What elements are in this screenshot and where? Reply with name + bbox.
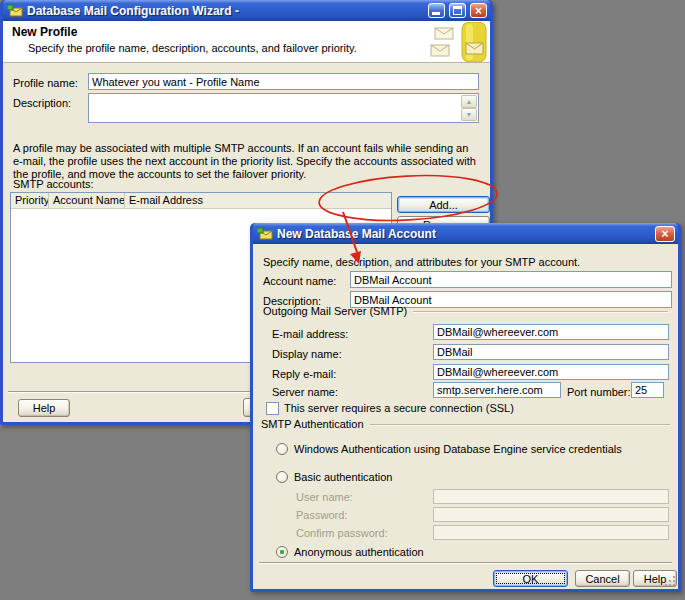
password-input xyxy=(433,507,669,522)
ok-button[interactable]: OK xyxy=(493,570,568,587)
column-header-account-name[interactable]: Account Name xyxy=(49,193,125,208)
smtp-group-line xyxy=(413,311,668,312)
column-header-priority[interactable]: Priority xyxy=(11,193,49,208)
account-dialog: New Database Mail Account × Specify name… xyxy=(250,223,681,592)
scroll-up-icon[interactable]: ▲ xyxy=(461,95,477,108)
dialog-close-button[interactable]: × xyxy=(655,226,675,242)
auth-group-line xyxy=(370,424,670,425)
port-number-input[interactable] xyxy=(631,382,664,398)
auth-group-label: SMTP Authentication xyxy=(261,418,364,430)
anonymous-auth-label: Anonymous authentication xyxy=(294,546,424,558)
anonymous-auth-radio[interactable] xyxy=(276,546,288,558)
server-name-label: Server name: xyxy=(272,386,338,398)
display-name-label: Display name: xyxy=(272,348,342,360)
database-mail-app-icon[interactable] xyxy=(7,4,23,18)
wizard-title: Database Mail Configuration Wizard - xyxy=(27,4,424,18)
wizard-help-button[interactable]: Help xyxy=(18,399,70,417)
column-header-email-address[interactable]: E-mail Address xyxy=(125,193,391,208)
account-name-label: Account name: xyxy=(263,275,336,287)
confirm-password-label: Confirm password: xyxy=(296,527,388,539)
dialog-titlebar[interactable]: New Database Mail Account × xyxy=(253,223,678,244)
confirm-password-input xyxy=(433,525,669,540)
smtp-group-label: Outgoing Mail Server (SMTP) xyxy=(263,305,407,317)
mail-account-icon xyxy=(257,227,273,241)
page-title: New Profile xyxy=(12,25,77,39)
resize-grip[interactable] xyxy=(664,575,676,587)
profile-name-label: Profile name: xyxy=(13,77,78,89)
email-address-label: E-mail address: xyxy=(272,328,348,340)
dialog-body: Specify name, description, and attribute… xyxy=(253,244,678,589)
maximize-icon xyxy=(453,6,462,15)
basic-auth-label: Basic authentication xyxy=(294,471,392,483)
port-number-label: Port number: xyxy=(567,386,631,398)
dialog-separator xyxy=(259,562,672,564)
display-name-input[interactable] xyxy=(433,344,669,360)
add-button[interactable]: Add... xyxy=(397,196,490,213)
ssl-checkbox[interactable] xyxy=(266,402,279,415)
reply-email-label: Reply e-mail: xyxy=(272,368,336,380)
minimize-icon xyxy=(432,12,440,15)
ssl-label: This server requires a secure connection… xyxy=(284,402,514,414)
smtp-group-header: Outgoing Mail Server (SMTP) xyxy=(263,305,668,317)
description-label: Description: xyxy=(13,97,71,109)
cancel-button[interactable]: Cancel xyxy=(575,570,630,587)
dialog-title: New Database Mail Account xyxy=(277,227,651,241)
account-name-input[interactable] xyxy=(350,271,672,288)
desktop: { "wizard": { "title": "Database Mail Co… xyxy=(0,0,685,600)
smtp-accounts-label: SMTP accounts: xyxy=(13,178,94,190)
profile-name-input[interactable] xyxy=(88,73,479,90)
server-name-input[interactable] xyxy=(433,382,561,398)
basic-auth-radio[interactable] xyxy=(276,471,288,483)
wizard-titlebar[interactable]: Database Mail Configuration Wizard - × xyxy=(3,0,490,21)
windows-auth-radio[interactable] xyxy=(276,443,288,455)
close-button[interactable]: × xyxy=(470,3,487,18)
email-address-input[interactable] xyxy=(433,324,669,340)
description-textarea[interactable]: ▲ ▼ xyxy=(88,93,479,123)
auth-group-header: SMTP Authentication xyxy=(261,418,670,430)
reply-email-input[interactable] xyxy=(433,364,669,380)
database-mail-art-icon xyxy=(422,22,488,62)
minimize-button[interactable] xyxy=(428,3,445,18)
accounts-list-header: Priority Account Name E-mail Address xyxy=(11,193,391,209)
password-label: Password: xyxy=(296,509,347,521)
wizard-header: New Profile Specify the profile name, de… xyxy=(3,21,490,63)
windows-auth-label: Windows Authentication using Database En… xyxy=(294,443,622,455)
profile-info-text: A profile may be associated with multipl… xyxy=(13,142,481,181)
page-subtitle: Specify the profile name, description, a… xyxy=(28,42,357,54)
maximize-button[interactable] xyxy=(449,3,466,18)
user-name-input xyxy=(433,489,669,504)
scroll-down-icon[interactable]: ▼ xyxy=(461,108,477,121)
dialog-intro-text: Specify name, description, and attribute… xyxy=(263,256,580,268)
user-name-label: User name: xyxy=(296,491,353,503)
description-scrollbar[interactable]: ▲ ▼ xyxy=(461,95,477,121)
